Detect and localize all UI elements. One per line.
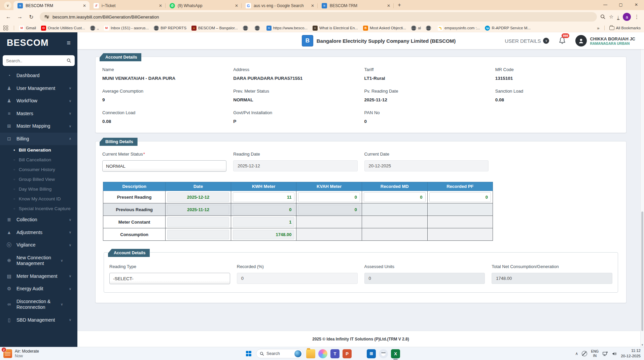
sidebar-subitem-consumer-history[interactable]: ○ Consumer History xyxy=(0,165,77,174)
bookmark-site[interactable]: ,, xyxy=(90,26,99,31)
scroll-down-arrow[interactable]: ▼ xyxy=(641,343,644,347)
sidebar-item-meter-management[interactable]: Meter Management ∨ xyxy=(0,270,77,283)
sidebar-item-disconnection-reconnection[interactable]: Disconnection & Reconnection ∨ xyxy=(0,295,77,314)
bookmark-bescom-url[interactable]: https://www.besco... xyxy=(266,26,308,31)
copilot-icon[interactable] xyxy=(318,349,327,358)
tab-close-icon[interactable]: ✕ xyxy=(159,3,162,8)
tab-close-icon[interactable]: ✕ xyxy=(235,3,238,8)
sidebar-subitem-know-my-account-id[interactable]: ○ Know My Account ID xyxy=(0,194,77,204)
zoom-icon[interactable] xyxy=(600,14,606,20)
chrome-icon[interactable] xyxy=(379,349,388,358)
forward-button[interactable]: → xyxy=(15,12,25,22)
bookmark-electrical[interactable]: What is Electrical En... xyxy=(313,26,358,31)
tab-google-search[interactable]: aus vs eng - Google Search ✕ xyxy=(242,1,318,10)
bookmark-bip-reports[interactable]: BIP REPORTS xyxy=(154,26,186,31)
edge-icon[interactable] xyxy=(355,349,364,358)
present-md-input[interactable]: 0 xyxy=(364,192,426,202)
search-icon[interactable] xyxy=(67,58,71,63)
bookmark-gmail[interactable]: Gmail xyxy=(19,26,36,31)
bookmarks-overflow-icon[interactable]: » xyxy=(597,26,599,31)
apps-grid-icon[interactable] xyxy=(3,26,8,30)
bookmark-inbox[interactable]: Inbox (151) - aaorus... xyxy=(104,26,149,31)
sidebar-item-master-mapping[interactable]: Master Mapping ∨ xyxy=(0,120,77,133)
sidebar-search-input[interactable] xyxy=(6,58,65,63)
reload-button[interactable]: ↻ xyxy=(26,12,36,22)
sidebar-item-sbd-management[interactable]: SBD Management ∨ xyxy=(0,314,77,327)
bullet-icon: ○ xyxy=(13,178,15,181)
tray-chevron-up-icon[interactable]: ∧ xyxy=(575,351,578,356)
sidebar-subitem-group-billed-view[interactable]: ○ Group Billed View xyxy=(0,174,77,184)
profile-avatar[interactable]: a xyxy=(623,13,631,21)
bookmark-empasys[interactable]: empasysinfo.com :... xyxy=(438,26,480,31)
user-details-dropdown[interactable]: USER DETAILS ∨ xyxy=(505,38,549,44)
language-indicator[interactable]: ENG IN xyxy=(591,349,599,358)
new-tab-button[interactable]: + xyxy=(395,1,404,9)
back-button[interactable]: ← xyxy=(3,12,13,22)
volume-icon[interactable] xyxy=(612,351,617,356)
present-kvah-input[interactable]: 0 xyxy=(298,192,360,202)
menu-kebab-icon[interactable]: ⋮ xyxy=(634,14,639,20)
sidebar-subitem-day-wise-billing[interactable]: ○ Day Wise Billing xyxy=(0,184,77,194)
network-icon[interactable] xyxy=(602,351,608,356)
powerpoint-icon[interactable] xyxy=(343,349,352,358)
bookmark-site[interactable] xyxy=(426,26,433,31)
tab-close-icon[interactable]: ✕ xyxy=(387,3,390,8)
current-meter-status-select[interactable]: NORMAL xyxy=(102,160,226,172)
sidebar-subitem-bill-cancellation[interactable]: ○ Bill Cancellation xyxy=(0,155,77,165)
tab-bescom-trm[interactable]: BESCOM-TRM ✕ xyxy=(13,1,90,10)
microsoft-store-icon[interactable] xyxy=(367,349,376,358)
sidebar-item-dashboard[interactable]: Dashboard xyxy=(0,69,77,82)
tab-search-chevron-icon[interactable]: ∨ xyxy=(4,2,11,9)
tab-close-icon[interactable]: ✕ xyxy=(311,3,314,8)
bookmark-al[interactable]: al xyxy=(411,26,421,31)
table-row-consumption: Consumption 1748.00 xyxy=(103,228,493,241)
window-maximize-button[interactable]: ▢ xyxy=(613,0,629,9)
do-not-disturb-icon[interactable] xyxy=(582,351,587,356)
bookmark-most-asked[interactable]: Most Asked Objecti... xyxy=(363,26,406,31)
tab-whatsapp[interactable]: (9) WhatsApp ✕ xyxy=(166,1,242,10)
sidebar-item-workflow[interactable]: WorkFlow ∨ xyxy=(0,95,77,107)
present-pf-input[interactable]: 0 xyxy=(429,192,491,202)
downloads-icon[interactable]: ↓ xyxy=(617,14,620,20)
tab-bescom-trm-2[interactable]: BESCOM-TRM ✕ xyxy=(318,1,394,10)
sidebar-search[interactable] xyxy=(3,55,75,66)
bookmark-star-icon[interactable]: ☆ xyxy=(609,14,613,20)
sidebar-item-masters[interactable]: Masters ∨ xyxy=(0,107,77,120)
sidebar-item-vigilance[interactable]: Vigilance ∨ xyxy=(0,239,77,252)
file-explorer-icon[interactable] xyxy=(306,349,315,358)
sidebar-item-collection[interactable]: Collection ∨ xyxy=(0,214,77,226)
sidebar-item-adjustments[interactable]: Adjustments ∨ xyxy=(0,226,77,239)
teams-icon[interactable] xyxy=(330,349,339,358)
hamburger-menu-icon[interactable]: ≡ xyxy=(67,39,71,47)
reading-type-select[interactable]: -SELECT- xyxy=(109,273,230,284)
sidebar-subitem-special-incentive-capture[interactable]: ○ Special Incentive Capture xyxy=(0,204,77,214)
taskbar-search[interactable]: Search xyxy=(256,349,303,358)
notifications-button[interactable]: 898 xyxy=(558,36,567,45)
excel-icon[interactable] xyxy=(391,349,400,358)
scrollbar-thumb[interactable] xyxy=(641,211,643,331)
tab-iticket[interactable]: i~Ticket ✕ xyxy=(90,1,166,10)
taskbar-weather-widget[interactable]: 2 Air: Moderate Now xyxy=(0,349,39,358)
page-scrollbar[interactable]: ▲ ▼ xyxy=(640,32,644,347)
sidebar-item-energy-audit[interactable]: Energy Audit ∨ xyxy=(0,283,77,295)
bookmark-bescom[interactable]: BESCOM – Bangalor... xyxy=(191,26,238,31)
bookmark-rapdrp[interactable]: R-APDRP Service M... xyxy=(485,26,530,31)
user-profile[interactable]: CHIKKA BORAIAH JC RAMANAGARA URBAN xyxy=(575,35,635,46)
sidebar-subitem-bill-generation[interactable]: ● Bill Generation xyxy=(0,145,77,155)
address-bar[interactable]: bescom.trm.ieasybill.com/BillGeneration/… xyxy=(40,12,597,22)
window-minimize-button[interactable]: — xyxy=(598,0,613,9)
inner-account-details-card: Account Details Reading Type -SELECT- Re… xyxy=(104,252,618,293)
sidebar-item-user-management[interactable]: User Management ∨ xyxy=(0,82,77,95)
all-bookmarks-button[interactable]: All Bookmarks xyxy=(609,26,641,30)
site-settings-icon[interactable] xyxy=(44,16,49,18)
sidebar-item-billing[interactable]: Billing ∧ xyxy=(0,133,77,145)
tab-close-icon[interactable]: ✕ xyxy=(83,3,86,8)
present-kwh-input[interactable]: 11 xyxy=(233,192,295,202)
sidebar-item-new-connection-management[interactable]: New Connection Management ∨ xyxy=(0,252,77,270)
bookmark-oracle[interactable]: Oracle Utilities Cust... xyxy=(41,26,85,31)
bookmark-site[interactable] xyxy=(255,26,261,31)
window-close-button[interactable]: ✕ xyxy=(629,0,644,9)
clock-widget[interactable]: 11:12 20-12-2025 xyxy=(621,348,641,359)
bookmark-site[interactable] xyxy=(243,26,250,31)
start-button[interactable] xyxy=(244,349,253,358)
